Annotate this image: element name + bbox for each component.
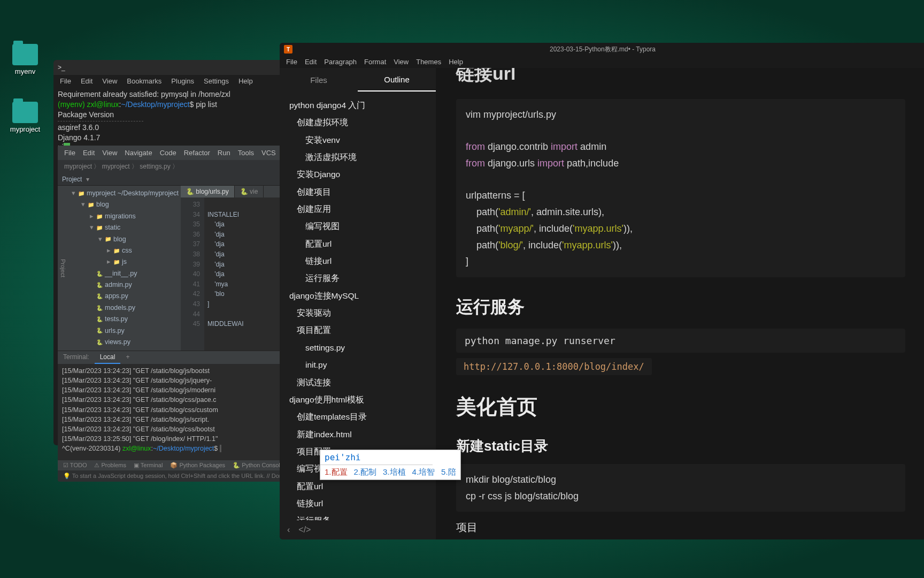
tree-item[interactable]: 🐍__init__.py (67, 268, 181, 279)
outline-item[interactable]: 链接url (280, 495, 436, 512)
tree-item[interactable]: 🐍apps.py (67, 291, 181, 302)
outline-item[interactable]: 创建项目 (280, 184, 436, 201)
menu-file[interactable]: File (64, 149, 75, 157)
menu-view[interactable]: View (394, 58, 409, 66)
menu-plugins[interactable]: Plugins (171, 77, 194, 85)
menu-navigate[interactable]: Navigate (125, 149, 152, 157)
tab-files[interactable]: Files (280, 68, 358, 92)
status-todo[interactable]: ☑ TODO (63, 462, 87, 469)
menu-view[interactable]: View (102, 149, 117, 157)
outline-item[interactable]: 运行服务 (280, 512, 436, 520)
tree-item[interactable]: ▾📁blog (67, 199, 181, 210)
folder-icon (12, 44, 38, 65)
outline-item[interactable]: 链接url (280, 253, 436, 270)
outline-item[interactable]: 测试连接 (280, 374, 436, 391)
outline-item[interactable]: 激活虚拟环境 (280, 149, 436, 166)
tree-item[interactable]: ▸📁js (67, 256, 181, 268)
outline-item[interactable]: init.py (280, 356, 436, 374)
typora-titlebar[interactable]: T 2023-03-15-Python教程.md• - Typora (280, 43, 924, 56)
typora-editor[interactable]: 链接url vim myproject/urls.py from django.… (436, 68, 924, 539)
code-block[interactable]: mkdir blog/static/blog cp -r css js blog… (456, 464, 905, 512)
menu-themes[interactable]: Themes (416, 58, 441, 66)
sidebar-footer: ‹ </> (280, 520, 436, 539)
menu-help[interactable]: Help (449, 58, 463, 66)
tab-outline[interactable]: Outline (358, 68, 436, 92)
ime-cand-5[interactable]: 5.陪 (441, 467, 456, 477)
code-block[interactable]: vim myproject/urls.py from django.contri… (456, 99, 905, 277)
tree-item[interactable]: 🐍urls.py (67, 325, 181, 337)
editor-tab[interactable]: 🐍 vie (235, 186, 264, 197)
terminal-tab-add[interactable]: + (120, 351, 135, 364)
menu-edit[interactable]: Edit (305, 58, 317, 66)
menu-edit[interactable]: Edit (83, 149, 95, 157)
chevron-down-icon[interactable]: ▾ (86, 176, 89, 183)
outline-item[interactable]: 安装venv (280, 132, 436, 149)
tree-item[interactable]: ▾📁static (67, 222, 181, 233)
tree-item[interactable]: 🐍admin.py (67, 279, 181, 291)
source-mode-icon[interactable]: </> (298, 525, 311, 535)
typora-app-icon: T (284, 45, 292, 54)
outline-item[interactable]: 配置url (280, 235, 436, 253)
outline-item[interactable]: 创建虚拟环境 (280, 114, 436, 131)
tree-item[interactable]: 🐍tests.py (67, 314, 181, 325)
ime-candidates[interactable]: 1.配置 2.配制 3.培植 4.培智 5.陪 (436, 465, 460, 480)
outline-item[interactable]: django连接MySQL (280, 287, 436, 305)
project-tool-label[interactable]: Project (62, 176, 82, 183)
heading-run: 运行服务 (456, 295, 905, 319)
heading-static: 新建static目录 (456, 437, 905, 455)
editor-tab[interactable]: 🐍 blog/urls.py (181, 186, 235, 197)
tree-root[interactable]: ▾📁myproject ~/Desktop/myproject (67, 188, 181, 199)
menu-run[interactable]: Run (218, 149, 230, 157)
tree-item[interactable]: 🐍views.py (67, 337, 181, 348)
typora-window[interactable]: T 2023-03-15-Python教程.md• - Typora File … (280, 43, 924, 539)
tree-item[interactable]: ▸📁css (67, 245, 181, 256)
outline-item[interactable]: 安装Django (280, 166, 436, 183)
menu-file[interactable]: File (286, 58, 297, 66)
outline-item[interactable]: 新建index.html (280, 426, 436, 443)
project-tree[interactable]: ▾📁myproject ~/Desktop/myproject ▾📁blog▸📁… (67, 186, 181, 351)
outline-item[interactable]: settings.py (280, 339, 436, 356)
menu-paragraph[interactable]: Paragraph (324, 58, 357, 66)
desktop-icon-myproject[interactable]: myproject (6, 102, 44, 133)
outline-item[interactable]: 编写视图 (280, 218, 436, 235)
desktop-icon-label: myenv (6, 67, 44, 75)
typora-menubar[interactable]: File Edit Paragraph Format View Themes H… (280, 56, 924, 68)
terminal-label: Terminal: (58, 351, 95, 364)
menu-file[interactable]: File (60, 77, 71, 85)
menu-vcs[interactable]: VCS (261, 149, 276, 157)
outline-item[interactable]: 安装驱动 (280, 305, 436, 322)
ime-candidate-box[interactable]: pei'zhi 1.配置 2.配制 3.培植 4.培智 5.陪 (436, 450, 461, 480)
menu-bookmarks[interactable]: Bookmarks (127, 77, 161, 85)
tree-item[interactable]: 🐍models.py (67, 302, 181, 314)
menu-code[interactable]: Code (160, 149, 176, 157)
menu-settings[interactable]: Settings (204, 77, 229, 85)
status-terminal[interactable]: ▣ Terminal (134, 462, 163, 469)
status-py-console[interactable]: 🐍 Python Console (233, 462, 283, 469)
heading-cut: 链接url (456, 68, 905, 86)
back-icon[interactable]: ‹ (287, 525, 290, 535)
status-problems[interactable]: ⚠ Problems (94, 462, 126, 469)
tree-item[interactable]: ▾📁blog (67, 234, 181, 245)
code-line[interactable]: python manage.py runserver (456, 329, 905, 353)
ide-sidebar-strip[interactable]: Project (58, 186, 67, 351)
url-link[interactable]: http://127.0.0.1:8000/blog/index/ (456, 358, 652, 375)
menu-help[interactable]: Help (238, 77, 253, 85)
outline-item[interactable]: python django4 入门 (280, 97, 436, 114)
desktop-icon-myenv[interactable]: myenv (6, 44, 44, 75)
status-py-packages[interactable]: 📦 Python Packages (170, 462, 225, 469)
outline-item[interactable]: django使用html模板 (280, 391, 436, 408)
menu-tools[interactable]: Tools (238, 149, 254, 157)
menu-format[interactable]: Format (364, 58, 386, 66)
terminal-tab-local[interactable]: Local (95, 351, 121, 364)
outline-item[interactable]: 运行服务 (280, 270, 436, 287)
paragraph[interactable]: 项目 (456, 520, 905, 535)
menu-refactor[interactable]: Refactor (184, 149, 210, 157)
outline-item[interactable]: 创建templates目录 (280, 408, 436, 425)
outline-item[interactable]: 配置url (280, 478, 436, 495)
outline-item[interactable]: 项目配置 (280, 322, 436, 339)
outline-item[interactable]: 创建应用 (280, 201, 436, 218)
sidebar-tabs[interactable]: Files Outline (280, 68, 436, 92)
tree-item[interactable]: ▸📁migrations (67, 211, 181, 222)
menu-view[interactable]: View (102, 77, 117, 85)
menu-edit[interactable]: Edit (81, 77, 93, 85)
